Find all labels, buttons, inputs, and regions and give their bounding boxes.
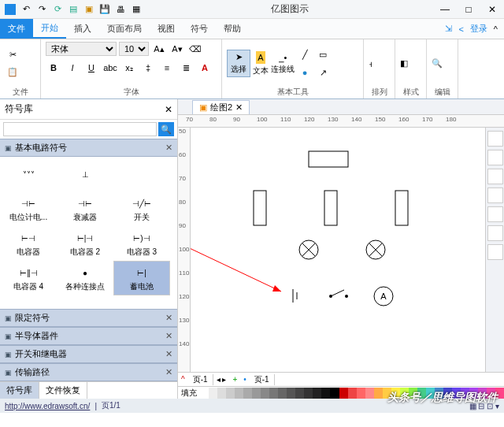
symbol-capacitor-3[interactable]: ⊢)⊣电容器 3 [113, 226, 170, 261]
symbol-cell[interactable]: ⏚ [0, 295, 57, 309]
svg-text:A: A [380, 291, 387, 301]
app-icon[interactable] [3, 2, 17, 17]
panel-footer-tabs: 符号库 文件恢复 [0, 381, 177, 399]
search-input[interactable] [3, 122, 157, 136]
symbol-capacitor-2[interactable]: ⊢|⊣电容器 2 [57, 226, 113, 261]
status-url[interactable]: http://www.edrawsoft.cn/ [5, 402, 90, 410]
watermark: 头条号／思维导图软件 [387, 391, 498, 405]
minimize-button[interactable]: — [433, 1, 457, 18]
tab-help[interactable]: 帮助 [216, 19, 249, 39]
style-icon[interactable]: ◧ [400, 58, 408, 69]
footer-tab-library[interactable]: 符号库 [0, 382, 39, 399]
find-icon[interactable]: 🔍 [432, 58, 443, 69]
bold-icon[interactable]: B [46, 60, 61, 76]
connector-icon[interactable]: ⎯• [279, 53, 287, 62]
undo-icon[interactable]: ↶ [19, 2, 33, 17]
arrange-icon[interactable]: ⫞ [369, 59, 373, 69]
accordion-basic-circuit[interactable]: ▣基本电路符号✕ [0, 139, 177, 157]
close-button[interactable]: ✕ [480, 1, 504, 18]
rside-btn[interactable] [487, 131, 503, 147]
accordion-qualifier[interactable]: ▣限定符号✕ [0, 309, 177, 327]
tab-symbol[interactable]: 符号 [183, 19, 216, 39]
export-icon[interactable]: ⇲ [445, 24, 452, 34]
arrow-icon[interactable]: ↗ [315, 65, 331, 80]
fill-label: 填充 [178, 388, 200, 399]
rside-btn[interactable] [487, 225, 503, 241]
symbol-switch[interactable]: ⊣╱⊢开关 [113, 191, 170, 226]
svg-marker-19 [272, 285, 281, 291]
tab-close-icon[interactable]: ✕ [235, 102, 243, 113]
symbol-cell[interactable]: ⊥ [57, 157, 113, 191]
symbol-capacitor-4[interactable]: ⊢‖⊣电容器 4 [0, 261, 57, 295]
symbol-cell[interactable] [113, 157, 170, 191]
canvas-page[interactable]: A [191, 128, 485, 372]
bullets-icon[interactable]: ≡ [159, 60, 175, 76]
subscript-icon[interactable]: x₂ [121, 60, 137, 76]
align-icon[interactable]: ≣ [178, 60, 194, 76]
print-icon[interactable]: 🖶 [113, 2, 128, 17]
symbol-cell[interactable]: ˅˅˅ [0, 157, 57, 191]
symbol-capacitor-1[interactable]: ⊢⊣电容器 [0, 226, 57, 261]
tab-home[interactable]: 开始 [33, 19, 66, 39]
symbol-cell[interactable] [113, 295, 170, 309]
select-label: 选择 [231, 64, 246, 75]
symbol-potentiometer[interactable]: ⊣⊢电位计电... [0, 191, 57, 226]
ribbon: ✂ 📋 文件 宋体 10 A▴ A▾ ⌫ B I U abc x₂ ‡ ≡ ≣ [0, 39, 504, 99]
redo-icon[interactable]: ↷ [35, 2, 49, 17]
group-tools-label: 基本工具 [227, 86, 358, 98]
new-icon[interactable]: ▤ [66, 2, 80, 17]
circle-icon[interactable]: ● [297, 65, 313, 80]
line-icon[interactable]: ╱ [297, 46, 313, 62]
rect-icon[interactable]: ▭ [315, 46, 331, 62]
accordion-semiconductor[interactable]: ▣半导体器件✕ [0, 327, 177, 345]
symbol-cell[interactable]: ▽ [57, 295, 113, 309]
page-tab-1[interactable]: 页-1 [188, 374, 213, 385]
accordion-transmission[interactable]: ▣传输路径✕ [0, 363, 177, 381]
svg-line-14 [331, 290, 344, 296]
cut-icon[interactable]: ✂ [5, 47, 20, 63]
search-button[interactable]: 🔍 [158, 122, 174, 136]
tab-insert[interactable]: 插入 [66, 19, 99, 39]
shrink-font-icon[interactable]: A▾ [169, 41, 185, 57]
rside-btn[interactable] [487, 206, 503, 222]
grow-font-icon[interactable]: A▴ [151, 41, 167, 57]
file-tab[interactable]: 文件 [0, 19, 33, 39]
strike-icon[interactable]: abc [102, 60, 118, 76]
refresh-icon[interactable]: ⟳ [50, 2, 65, 17]
rside-btn[interactable] [487, 188, 503, 203]
symbol-attenuator[interactable]: ⊣⊢衰减器 [57, 191, 113, 226]
font-family-select[interactable]: 宋体 [46, 42, 117, 56]
tab-page-layout[interactable]: 页面布局 [99, 19, 150, 39]
document-tab[interactable]: ▣绘图2✕ [192, 100, 250, 114]
clear-format-icon[interactable]: ⌫ [187, 41, 203, 57]
rside-btn[interactable] [487, 169, 503, 184]
underline-icon[interactable]: U [83, 60, 99, 76]
window-controls: — □ ✕ [433, 1, 504, 18]
open-icon[interactable]: ▣ [82, 2, 96, 17]
text-icon[interactable]: A [256, 51, 265, 64]
group-style-label: 样式 [400, 86, 421, 98]
rside-btn[interactable] [487, 150, 503, 165]
footer-tab-recovery[interactable]: 文件恢复 [39, 382, 87, 399]
line-spacing-icon[interactable]: ‡ [140, 60, 156, 76]
panel-close-icon[interactable]: ✕ [165, 104, 172, 115]
symbol-junction[interactable]: ●各种连接点 [57, 261, 113, 295]
symbol-battery[interactable]: ⊢|蓄电池 [113, 261, 170, 295]
login-link[interactable]: 登录 [470, 23, 487, 35]
paste-icon[interactable]: 📋 [5, 65, 20, 80]
pointer-icon[interactable]: ➤ [235, 52, 243, 62]
maximize-button[interactable]: □ [457, 1, 480, 18]
grid-icon[interactable]: ▦ [129, 2, 143, 17]
font-size-select[interactable]: 10 [119, 42, 149, 56]
collapse-ribbon-icon[interactable]: ^ [494, 24, 498, 34]
save-icon[interactable]: 💾 [98, 2, 112, 17]
tab-view[interactable]: 视图 [150, 19, 183, 39]
document-tabs: ▣绘图2✕ [178, 99, 504, 115]
font-color-icon[interactable]: A [197, 60, 213, 76]
share-icon[interactable]: < [458, 24, 463, 34]
italic-icon[interactable]: I [65, 60, 80, 76]
page-tab-2[interactable]: 页-1 [250, 374, 275, 385]
svg-rect-3 [324, 191, 337, 225]
rside-btn[interactable] [487, 244, 503, 260]
accordion-switch-relay[interactable]: ▣开关和继电器✕ [0, 345, 177, 363]
